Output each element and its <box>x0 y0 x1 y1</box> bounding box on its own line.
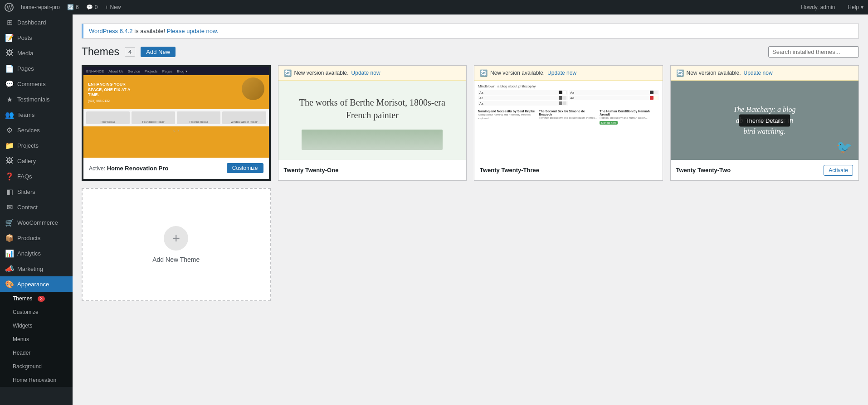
sidebar-submenu-home-renovation[interactable]: Home Renovation <box>0 373 73 387</box>
appearance-submenu: Themes 3 Customize Widgets Menus Header … <box>0 292 73 387</box>
sidebar-submenu-customize[interactable]: Customize <box>0 305 73 319</box>
page-title: Themes <box>82 46 119 58</box>
help-button[interactable]: Help ▾ <box>848 4 863 10</box>
posts-icon: 📝 <box>5 34 14 42</box>
update-notice-t22: 🔄 New version available. Update now <box>671 66 859 81</box>
sidebar: ⊞ Dashboard 📝 Posts 🖼 Media 📄 Pages 💬 Co… <box>0 14 73 405</box>
add-theme-label: Add New Theme <box>152 256 200 263</box>
comments-icon: 💬 <box>86 4 93 10</box>
marketing-icon: 📣 <box>5 265 14 273</box>
sidebar-item-gallery[interactable]: 🖼 Gallery <box>0 153 73 169</box>
sidebar-item-sliders[interactable]: ◧ Sliders <box>0 184 73 199</box>
update-rotate-icon-t22: 🔄 <box>676 69 684 77</box>
add-theme-plus-icon: + <box>164 226 188 251</box>
woocommerce-icon: 🛒 <box>5 218 14 227</box>
comments-sidebar-icon: 💬 <box>5 80 14 88</box>
pages-icon: 📄 <box>5 64 14 72</box>
sidebar-item-comments[interactable]: 💬 Comments <box>0 76 73 92</box>
theme-name-t22: Twenty Twenty-Two <box>676 167 731 174</box>
topbar: W home-repair-pro 🔄 6 💬 0 + New Howdy, a… <box>0 0 868 14</box>
help-chevron-icon: ▾ <box>861 4 863 10</box>
sidebar-item-marketing[interactable]: 📣 Marketing <box>0 261 73 276</box>
faqs-icon: ❓ <box>5 172 14 180</box>
theme-card-twenty-twenty-one[interactable]: 🔄 New version available. Update now The … <box>278 65 467 181</box>
theme-count-badge: 4 <box>125 47 135 57</box>
sidebar-item-faqs[interactable]: ❓ FAQs <box>0 169 73 184</box>
dashboard-icon: ⊞ <box>5 18 14 26</box>
customize-button[interactable]: Customize <box>227 163 263 173</box>
add-new-theme-card[interactable]: + Add New Theme <box>82 188 271 301</box>
sidebar-item-testimonials[interactable]: ★ Testimonials <box>0 92 73 107</box>
new-content-link[interactable]: + New <box>105 4 121 10</box>
update-now-t22-link[interactable]: Update now <box>744 70 773 76</box>
analytics-icon: 📊 <box>5 249 14 257</box>
active-theme-name: Home Renovation Pro <box>107 165 169 172</box>
theme-screenshot-twenty-twenty-three: Mindblown: a blog about philosophy. Aa <box>474 81 663 160</box>
sidebar-submenu-menus[interactable]: Menus <box>0 333 73 346</box>
svg-text:W: W <box>7 5 12 11</box>
sidebar-item-posts[interactable]: 📝 Posts <box>0 30 73 45</box>
products-icon: 📦 <box>5 234 14 242</box>
theme-screenshot-twenty-twenty-one: The works of Berthe Morisot, 1800s-era F… <box>278 81 467 160</box>
theme-footer-home-renovation-pro: Active: Home Renovation Pro Customize <box>83 158 269 178</box>
theme-screenshot-twenty-twenty-two: The Hatchery: a blogabout adventures inb… <box>671 81 859 160</box>
updates-icon: 🔄 <box>67 4 74 10</box>
comments-link[interactable]: 💬 0 <box>86 4 98 10</box>
sidebar-submenu-header[interactable]: Header <box>0 346 73 360</box>
sidebar-item-projects[interactable]: 📁 Projects <box>0 138 73 153</box>
sidebar-item-dashboard[interactable]: ⊞ Dashboard <box>0 14 73 30</box>
sidebar-item-products[interactable]: 📦 Products <box>0 230 73 246</box>
main-content: WordPress 6.4.2 is available! Please upd… <box>73 14 868 405</box>
sidebar-item-pages[interactable]: 📄 Pages <box>0 61 73 76</box>
gallery-icon: 🖼 <box>5 157 14 165</box>
update-now-t21-link[interactable]: Update now <box>351 70 380 76</box>
teams-icon: 👥 <box>5 111 14 119</box>
update-rotate-icon-t23: 🔄 <box>480 69 488 77</box>
theme-name-t21: Twenty Twenty-One <box>284 167 339 174</box>
theme-footer-twenty-twenty-one: Twenty Twenty-One <box>278 160 467 180</box>
active-theme-label: Active: <box>89 165 105 172</box>
update-notice-bar: WordPress 6.4.2 is available! Please upd… <box>82 24 859 39</box>
testimonials-icon: ★ <box>5 95 14 103</box>
update-notice-t23: 🔄 New version available. Update now <box>474 66 663 81</box>
themes-badge: 3 <box>38 296 45 302</box>
sliders-icon: ◧ <box>5 188 14 196</box>
wordpress-version-link[interactable]: WordPress 6.4.2 <box>89 28 133 34</box>
sidebar-submenu-widgets[interactable]: Widgets <box>0 319 73 333</box>
theme-card-twenty-twenty-two[interactable]: 🔄 New version available. Update now The … <box>670 65 859 181</box>
contact-icon: ✉ <box>5 203 14 211</box>
theme-card-home-renovation-pro[interactable]: ENHANCE About Us Service Projects Pages … <box>82 65 271 181</box>
admin-greeting: Howdy, admin <box>801 4 835 10</box>
services-icon: ⚙ <box>5 126 14 134</box>
media-icon: 🖼 <box>5 49 14 57</box>
sidebar-submenu-background[interactable]: Background <box>0 360 73 373</box>
sidebar-item-media[interactable]: 🖼 Media <box>0 45 73 61</box>
sidebar-item-teams[interactable]: 👥 Teams <box>0 107 73 122</box>
updates-link[interactable]: 🔄 6 <box>67 4 79 10</box>
update-notice-t21: 🔄 New version available. Update now <box>278 66 467 81</box>
sidebar-submenu-themes[interactable]: Themes 3 <box>0 292 73 305</box>
activate-t22-button[interactable]: Activate <box>824 165 853 176</box>
add-new-button[interactable]: Add New <box>141 47 176 57</box>
site-name[interactable]: home-repair-pro <box>21 4 60 10</box>
sidebar-item-contact[interactable]: ✉ Contact <box>0 199 73 215</box>
sidebar-item-services[interactable]: ⚙ Services <box>0 122 73 138</box>
wp-logo[interactable]: W <box>5 3 14 12</box>
sidebar-item-appearance[interactable]: 🎨 Appearance <box>0 276 73 292</box>
theme-screenshot-home-renovation-pro: ENHANCE About Us Service Projects Pages … <box>83 67 269 158</box>
theme-footer-twenty-twenty-two: Twenty Twenty-Two Activate <box>671 160 859 180</box>
search-input[interactable] <box>768 46 859 58</box>
update-rotate-icon: 🔄 <box>284 69 292 77</box>
theme-footer-twenty-twenty-three: Twenty Twenty-Three <box>474 160 663 180</box>
sidebar-item-woocommerce[interactable]: 🛒 WooCommerce <box>0 215 73 230</box>
projects-icon: 📁 <box>5 141 14 149</box>
update-now-t23-link[interactable]: Update now <box>547 70 576 76</box>
sidebar-item-analytics[interactable]: 📊 Analytics <box>0 246 73 261</box>
theme-name-t23: Twenty Twenty-Three <box>480 167 539 174</box>
update-now-link[interactable]: Please update now. <box>167 28 218 34</box>
theme-card-twenty-twenty-three[interactable]: 🔄 New version available. Update now Mind… <box>474 65 663 181</box>
appearance-icon: 🎨 <box>5 280 14 288</box>
page-header: Themes 4 Add New <box>82 46 859 58</box>
themes-grid: ENHANCE About Us Service Projects Pages … <box>82 65 859 301</box>
